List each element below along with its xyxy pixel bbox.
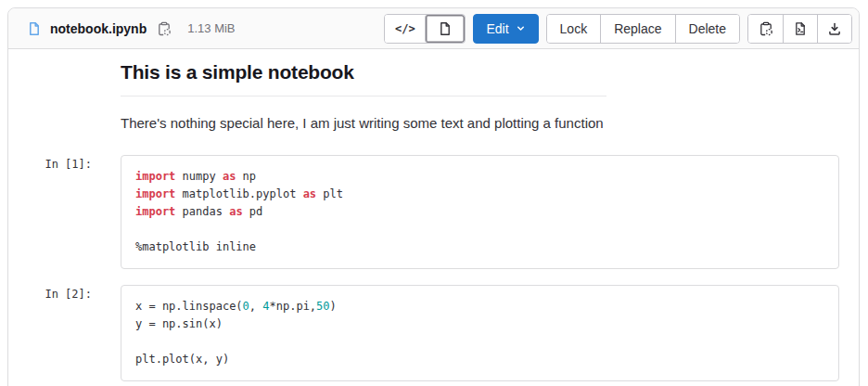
- edit-dropdown-button[interactable]: Edit: [473, 14, 538, 44]
- code-block: x = np.linspace(0, 4*np.pi,50)y = np.sin…: [121, 285, 839, 381]
- download-button[interactable]: [817, 15, 851, 43]
- edit-button-label: Edit: [486, 21, 508, 36]
- replace-button[interactable]: Replace: [600, 15, 674, 43]
- open-raw-icon: [793, 21, 808, 36]
- code-line: import numpy as np: [135, 168, 824, 186]
- file-action-group: Lock Replace Delete: [546, 14, 740, 44]
- cell-prompt: In [1]:: [8, 155, 121, 171]
- notebook-content: This is a simple notebook There's nothin…: [8, 49, 859, 381]
- lock-button[interactable]: Lock: [547, 15, 601, 43]
- code-block: import numpy as npimport matplotlib.pypl…: [121, 155, 839, 269]
- file-toolbar: notebook.ipynb 1.13 MiB </>: [8, 8, 859, 49]
- view-toggle-group: </>: [384, 14, 466, 44]
- copy-to-clipboard-icon: [157, 21, 172, 36]
- notebook-paragraph: There's nothing special here, I am just …: [121, 115, 606, 131]
- code-line: x = np.linspace(0, 4*np.pi,50): [135, 298, 824, 315]
- notebook-heading: This is a simple notebook: [121, 60, 606, 96]
- cell-prompt: In [2]:: [8, 285, 121, 301]
- code-line: [135, 221, 824, 238]
- download-icon: [827, 21, 842, 36]
- code-line: [135, 333, 824, 351]
- copy-contents-button[interactable]: [748, 15, 783, 43]
- markdown-cell: This is a simple notebook There's nothin…: [121, 60, 606, 131]
- code-cells: In [1]:import numpy as npimport matplotl…: [8, 155, 859, 381]
- open-raw-button[interactable]: [783, 15, 817, 43]
- chevron-down-icon: [516, 23, 526, 33]
- code-brackets-icon: </>: [395, 22, 415, 35]
- file-size: 1.13 MiB: [187, 21, 235, 35]
- file-name: notebook.ipynb: [50, 21, 147, 36]
- file-viewer: notebook.ipynb 1.13 MiB </>: [7, 7, 860, 386]
- file-icon: [27, 21, 42, 36]
- file-meta: notebook.ipynb 1.13 MiB: [27, 19, 236, 38]
- icon-action-group: [747, 14, 852, 44]
- copy-contents-icon: [759, 21, 773, 36]
- copy-file-path-button[interactable]: [155, 19, 173, 38]
- code-line: y = np.sin(x): [135, 315, 824, 333]
- code-line: plt.plot(x, y): [135, 351, 824, 368]
- source-code-view-button[interactable]: </>: [385, 15, 425, 43]
- code-line: %matplotlib inline: [135, 238, 824, 256]
- code-line: import matplotlib.pyplot as plt: [135, 186, 824, 203]
- code-cell: In [2]:x = np.linspace(0, 4*np.pi,50)y =…: [8, 285, 859, 381]
- delete-button[interactable]: Delete: [675, 15, 739, 43]
- code-cell: In [1]:import numpy as npimport matplotl…: [8, 155, 859, 269]
- document-icon: [438, 21, 453, 36]
- code-line: import pandas as pd: [135, 203, 824, 221]
- rendered-file-view-button[interactable]: [425, 15, 465, 43]
- toolbar-actions: </> Edit Lock: [384, 14, 852, 44]
